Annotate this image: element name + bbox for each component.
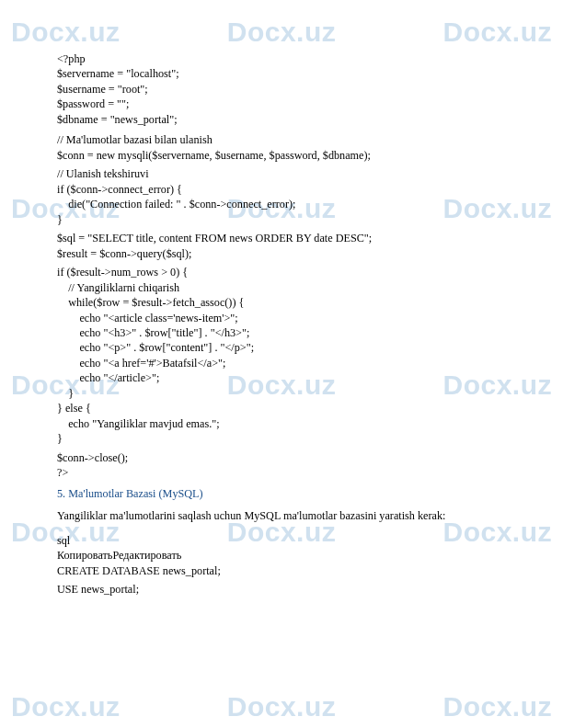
document-content: <?php $servername = "localhost"; $userna… [0, 0, 563, 637]
description-text: Yangiliklar ma'lumotlarini saqlash uchun… [57, 508, 506, 523]
php-code-query: $sql = "SELECT title, content FROM news … [57, 231, 506, 261]
sql-code-create: sql КопироватьРедактировать CREATE DATAB… [57, 533, 506, 578]
php-code-check: // Ulanish tekshiruvi if ($conn->connect… [57, 166, 506, 227]
watermark: Docx.uz [11, 691, 121, 722]
php-code-connect: // Ma'lumotlar bazasi bilan ulanish $con… [57, 132, 506, 163]
watermark: Docx.uz [227, 691, 337, 722]
sql-code-use: USE news_portal; [57, 582, 506, 597]
php-code-loop: if ($result->num_rows > 0) { // Yangilik… [57, 265, 506, 447]
watermark: Docx.uz [442, 691, 552, 722]
php-code-header: <?php $servername = "localhost"; $userna… [57, 51, 506, 127]
section-title: 5. Ma'lumotlar Bazasi (MySQL) [57, 486, 506, 501]
php-code-close: $conn->close(); ?> [57, 450, 506, 481]
